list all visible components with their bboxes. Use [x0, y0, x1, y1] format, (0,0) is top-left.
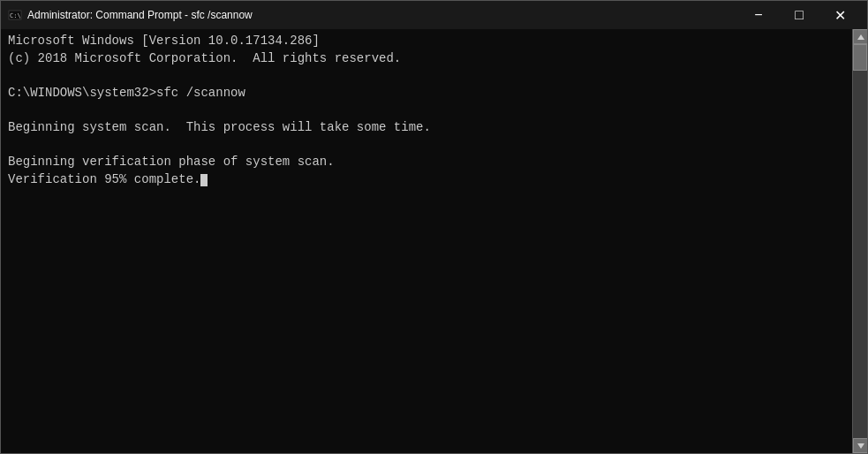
svg-text:C:\: C:\: [10, 12, 21, 19]
title-bar: C:\ Administrator: Command Prompt - sfc …: [1, 1, 867, 29]
console-output: Microsoft Windows [Version 10.0.17134.28…: [8, 33, 845, 188]
svg-marker-3: [857, 34, 864, 40]
close-button[interactable]: ✕: [819, 1, 860, 29]
cmd-icon: C:\: [8, 8, 22, 22]
window-title: Administrator: Command Prompt - sfc /sca…: [27, 9, 738, 21]
scroll-up-button[interactable]: [853, 29, 867, 44]
maximize-button[interactable]: □: [779, 1, 819, 29]
svg-marker-4: [857, 443, 864, 449]
minimize-button[interactable]: −: [738, 1, 779, 29]
scrollbar-thumb[interactable]: [853, 44, 867, 71]
window-body: Microsoft Windows [Version 10.0.17134.28…: [1, 29, 867, 453]
scrollbar-track[interactable]: [853, 44, 867, 438]
cursor: [200, 174, 208, 186]
scroll-down-button[interactable]: [853, 438, 867, 453]
window-controls: − □ ✕: [738, 1, 860, 29]
scrollbar[interactable]: [852, 29, 867, 453]
console-area[interactable]: Microsoft Windows [Version 10.0.17134.28…: [1, 29, 852, 453]
cmd-window: C:\ Administrator: Command Prompt - sfc …: [0, 0, 868, 454]
